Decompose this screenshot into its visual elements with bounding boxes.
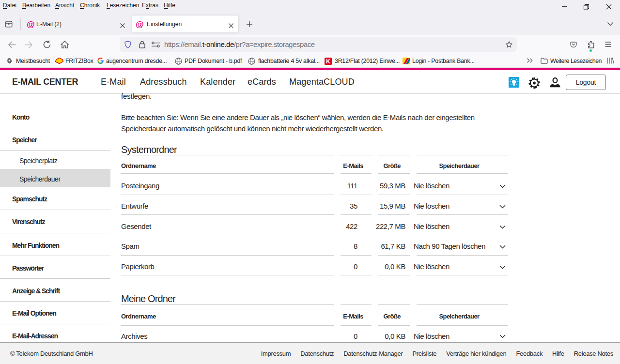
svg-text:K: K [326, 58, 330, 65]
